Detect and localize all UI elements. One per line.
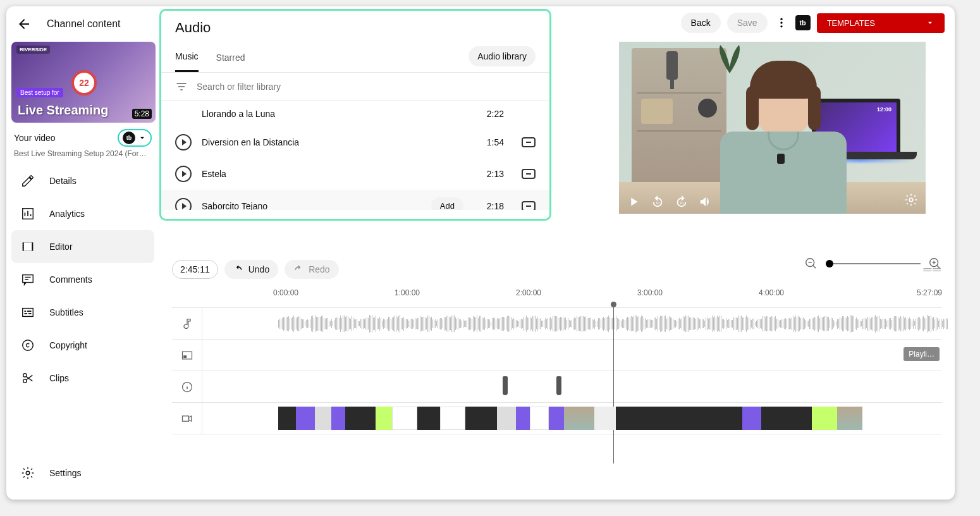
track-row[interactable]: Estela 2:13 [161, 158, 549, 190]
analytics-icon [20, 206, 35, 221]
undo-button[interactable]: Undo [224, 260, 278, 279]
sidebar-item-subtitles[interactable]: Subtitles [11, 296, 154, 329]
svg-rect-13 [32, 250, 33, 251]
svg-rect-7 [23, 245, 24, 246]
back-button[interactable]: Back [681, 13, 721, 33]
zoom-out-icon[interactable] [804, 257, 818, 271]
audio-library-panel: Audio Music Starred Audio library Lloran… [159, 9, 551, 221]
endscreen-icon[interactable] [172, 340, 202, 371]
track-duration: 2:18 [481, 201, 504, 211]
redo-button[interactable]: Redo [285, 260, 338, 279]
info-marker[interactable] [556, 376, 561, 395]
tubebuddy-pill-icon: tb [123, 132, 135, 144]
video-icon[interactable] [172, 403, 202, 434]
volume-icon[interactable] [699, 195, 713, 209]
track-name: Estela [202, 169, 471, 179]
thumb-count-badge: 22 [71, 70, 97, 95]
gear-icon[interactable] [904, 193, 918, 207]
tab-music[interactable]: Music [175, 45, 199, 72]
add-track-button[interactable]: Add [431, 197, 463, 210]
info-track[interactable] [172, 371, 942, 403]
ruler-tick: 3:00:00 [637, 288, 663, 297]
editor-icon [20, 239, 35, 254]
playlist-endscreen-tag[interactable]: Playli… [903, 347, 940, 361]
info-icon[interactable] [172, 371, 202, 402]
svg-rect-15 [23, 309, 34, 317]
svg-rect-24 [183, 355, 187, 358]
redo-icon [293, 264, 303, 274]
audio-track[interactable] [172, 308, 942, 340]
comments-icon [20, 272, 35, 287]
svg-text:10: 10 [680, 201, 683, 205]
tab-starred[interactable]: Starred [216, 46, 245, 71]
more-icon[interactable] [774, 15, 789, 30]
svg-rect-12 [32, 247, 33, 249]
filter-icon[interactable] [175, 80, 188, 93]
track-name: Llorando a la Luna [202, 109, 471, 119]
preview-viewport[interactable]: 12:00 10 10 [619, 42, 926, 214]
zoom-in-icon[interactable] [928, 257, 942, 271]
add-to-video-icon[interactable] [522, 137, 536, 147]
thumb-badge: Best setup for [16, 88, 63, 97]
play-icon[interactable] [175, 166, 192, 182]
play-icon[interactable] [175, 198, 192, 211]
chevron-down-icon [926, 18, 934, 27]
video-preview: 12:00 10 10 [619, 42, 926, 214]
svg-rect-9 [23, 250, 24, 251]
timeline-ruler[interactable]: 0:00:00 1:00:00 2:00:00 3:00:00 4:00:00 … [172, 288, 942, 304]
sidebar-item-comments[interactable]: Comments [11, 263, 154, 296]
save-button[interactable]: Save [727, 13, 768, 33]
thumb-overlay-text: Live Streaming [18, 103, 108, 118]
tubebuddy-dropdown[interactable]: tb [118, 129, 152, 147]
rewind-10-icon[interactable]: 10 [651, 195, 665, 209]
back-arrow-icon[interactable] [16, 16, 32, 32]
search-input[interactable] [197, 82, 536, 92]
templates-button[interactable]: TEMPLATES [817, 13, 945, 33]
clips-icon [20, 371, 35, 386]
sidebar-item-editor[interactable]: Editor [11, 230, 154, 263]
svg-point-2 [780, 25, 782, 27]
track-row[interactable]: Diversion en la Distancia 1:54 [161, 126, 549, 158]
add-to-video-icon[interactable] [522, 201, 536, 211]
info-marker[interactable] [503, 376, 508, 395]
play-icon[interactable] [627, 195, 640, 209]
thumb-brand-label: RIVERSIDE [16, 46, 50, 54]
zoom-slider[interactable] [826, 263, 921, 264]
svg-text:10: 10 [656, 201, 659, 205]
thumb-duration: 5:28 [132, 109, 152, 119]
track-name: Diversion en la Distancia [202, 137, 471, 147]
track-row[interactable]: Saborcito Tejano Add 2:18 [161, 190, 549, 210]
music-note-icon[interactable] [172, 308, 202, 339]
sidebar-item-settings[interactable]: Settings [11, 457, 156, 489]
sidebar-label: Details [49, 176, 77, 186]
templates-label: TEMPLATES [827, 18, 875, 28]
sidebar-item-analytics[interactable]: Analytics [11, 197, 154, 230]
svg-rect-6 [23, 243, 24, 244]
redo-label: Redo [309, 264, 329, 274]
sidebar-item-details[interactable]: Details [11, 164, 154, 197]
video-title: Best Live Streaming Setup 2024 (For… [11, 148, 154, 164]
svg-point-16 [23, 340, 34, 351]
ruler-tick: 2:00:00 [516, 288, 541, 297]
svg-point-1 [780, 22, 782, 23]
sidebar-label: Clips [49, 373, 69, 383]
timeline: 2:45:11 Undo Redo ══ 0:00:00 1:00:00 2:0… [172, 257, 942, 472]
play-icon[interactable] [175, 134, 192, 150]
svg-point-19 [26, 471, 30, 475]
audio-library-button[interactable]: Audio library [469, 46, 536, 66]
filmstrip[interactable] [278, 407, 942, 430]
video-thumbnail[interactable]: RIVERSIDE 22 Best setup for Live Streami… [11, 42, 156, 123]
sidebar-item-copyright[interactable]: Copyright [11, 329, 154, 362]
forward-10-icon[interactable]: 10 [675, 195, 689, 209]
ruler-tick: 1:00:00 [395, 288, 420, 297]
sidebar-label: Copyright [49, 340, 87, 350]
video-track[interactable] [172, 403, 942, 434]
track-row[interactable]: Llorando a la Luna 2:22 [161, 101, 549, 126]
endscreen-track[interactable]: Playli… [172, 340, 942, 371]
add-to-video-icon[interactable] [522, 169, 536, 179]
track-duration: 1:54 [481, 137, 504, 147]
undo-label: Undo [248, 264, 269, 274]
tubebuddy-logo-icon[interactable]: tb [795, 15, 811, 30]
timeline-timecode[interactable]: 2:45:11 [172, 260, 218, 279]
sidebar-item-clips[interactable]: Clips [11, 362, 154, 395]
